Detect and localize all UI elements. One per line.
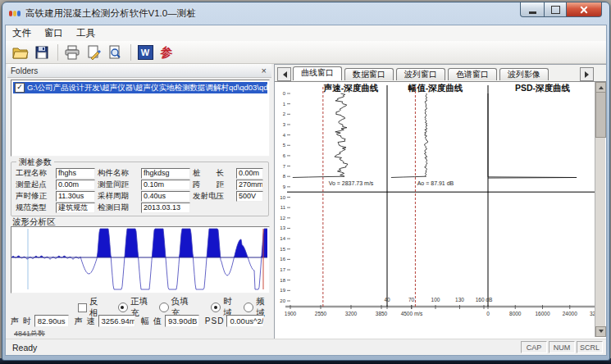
svg-text:14: 14: [280, 236, 285, 241]
tab-row: 曲线窗口数据窗口波列窗口色谱窗口波列影像: [293, 65, 580, 81]
waveform-svg: [11, 227, 267, 291]
title-bar[interactable]: 高铁建用混凝土检测分析软件V1.0—测桩: [2, 2, 609, 25]
app-window: 高铁建用混凝土检测分析软件V1.0—测桩 文件窗口工具: [2, 2, 610, 361]
print-button[interactable]: [62, 43, 82, 61]
up-arrow-icon: [599, 84, 604, 89]
readout-label: 声 速: [75, 316, 96, 327]
param-value-field[interactable]: 11.30us: [56, 191, 95, 202]
close-button[interactable]: [566, 2, 602, 17]
word-icon: W: [138, 45, 153, 60]
scroll-down-button[interactable]: [595, 326, 606, 337]
print-preview-icon: [107, 45, 122, 60]
folders-close-icon[interactable]: ×: [260, 66, 268, 75]
param-label: 发射电压: [193, 191, 234, 202]
word-export-button[interactable]: W: [135, 43, 155, 61]
right-arrow-icon: [585, 71, 592, 78]
readout-value-field[interactable]: 3256.94m/s: [98, 315, 136, 327]
radio-icon[interactable]: [118, 303, 128, 312]
print-setup-button[interactable]: [84, 43, 103, 61]
svg-text:0: 0: [486, 311, 490, 316]
menu-item[interactable]: 文件: [6, 25, 38, 41]
svg-text:130: 130: [455, 297, 464, 303]
file-checkbox[interactable]: ✓: [15, 83, 25, 93]
param-value-field[interactable]: 500V: [236, 191, 263, 202]
tab-scroll-right-button[interactable]: [580, 67, 594, 81]
clipped-counter-text: 4841总数: [14, 329, 45, 336]
status-message: Ready: [6, 343, 37, 353]
svg-text:13: 13: [280, 225, 285, 230]
folders-panel-header[interactable]: Folders ×: [7, 64, 271, 78]
window-controls: [520, 2, 602, 17]
open-button[interactable]: [11, 43, 30, 61]
minimize-icon: [529, 11, 536, 14]
menu-item[interactable]: 工具: [70, 25, 102, 41]
indicator-cap: CAP: [521, 341, 547, 353]
tab-4[interactable]: 色谱窗口: [448, 68, 497, 80]
svg-text:8000: 8000: [509, 311, 522, 316]
readout-value-field[interactable]: 93.90dB: [165, 315, 199, 327]
tab-2[interactable]: 数据窗口: [344, 68, 394, 80]
readout-label: 声 时: [11, 316, 32, 327]
tab-3[interactable]: 波列窗口: [396, 68, 445, 80]
param-value-field[interactable]: fhghs: [56, 168, 95, 179]
display-controls-row: 反相正填充负填充时域频域: [7, 302, 271, 313]
save-button[interactable]: [32, 43, 52, 61]
svg-text:2: 2: [283, 111, 286, 116]
scrollbar-thumb[interactable]: [595, 92, 606, 138]
svg-text:0: 0: [283, 91, 286, 96]
readout-value-field[interactable]: 82.90us: [34, 315, 69, 327]
print-preview-button[interactable]: [105, 43, 125, 61]
param-label: 桩 长: [193, 168, 234, 179]
open-folder-icon: [12, 45, 29, 60]
radio-icon[interactable]: [244, 303, 253, 312]
status-bar: Ready CAPNUMSCRL: [6, 339, 606, 355]
svg-text:Ao = 87.91 dB: Ao = 87.91 dB: [417, 180, 454, 186]
param-label: 测量间距: [98, 180, 139, 190]
svg-text:40: 40: [384, 297, 390, 303]
vertical-scrollbar[interactable]: [595, 82, 605, 337]
svg-text:70: 70: [408, 297, 415, 303]
menu-item[interactable]: 窗口: [38, 25, 70, 41]
svg-text:声速-深度曲线: 声速-深度曲线: [323, 83, 379, 93]
svg-text:3200: 3200: [345, 311, 358, 316]
svg-text:24000: 24000: [563, 311, 577, 316]
param-value-field[interactable]: 0.10m: [141, 180, 190, 190]
param-value-field[interactable]: 0.00m: [56, 180, 95, 190]
param-value-field[interactable]: 0.40us: [141, 191, 190, 202]
svg-text:PSD-深度曲线: PSD-深度曲线: [515, 83, 571, 93]
tab-5[interactable]: 波列影像: [499, 68, 549, 80]
svg-text:20: 20: [280, 298, 285, 303]
toolbar: W 参: [6, 41, 606, 64]
file-list[interactable]: ✓ G:\公司产品设计开发\超声仪器\超声仪实地检测数据调解村qd\qd03\q…: [11, 80, 270, 157]
file-list-item[interactable]: ✓ G:\公司产品设计开发\超声仪器\超声仪实地检测数据调解村qd\qd03\q…: [13, 82, 267, 93]
waveform-chart[interactable]: [11, 226, 270, 293]
checkbox-icon[interactable]: [78, 303, 87, 312]
minimize-button[interactable]: [520, 2, 545, 17]
svg-text:16000: 16000: [535, 311, 549, 316]
param-value-field[interactable]: fhgkdsg: [141, 168, 190, 179]
readout-value-field[interactable]: 0.00us^2/m: [226, 315, 264, 327]
svg-text:18: 18: [280, 278, 285, 283]
readout-row: 声 时82.90us声 速3256.94m/s幅 值93.90dBPSD0.00…: [11, 315, 270, 327]
svg-text:3850: 3850: [376, 311, 388, 316]
parameters-button[interactable]: 参: [157, 43, 176, 61]
svg-text:9: 9: [283, 184, 286, 189]
client-area: 文件窗口工具: [5, 25, 607, 356]
param-label: 声时修正: [16, 191, 53, 202]
tab-scroll-left-button[interactable]: [277, 67, 291, 81]
depth-curves-chart[interactable]: 01234567891011121314151617181920声速-深度曲线1…: [276, 82, 605, 330]
param-value-field[interactable]: 2013.03.13: [141, 202, 190, 213]
readout-label: PSD: [205, 316, 225, 325]
svg-text:6: 6: [283, 153, 286, 158]
app-icon: [9, 8, 21, 20]
param-label: 检测日期: [98, 202, 139, 213]
tab-1[interactable]: 曲线窗口: [293, 66, 342, 80]
save-icon: [34, 45, 49, 60]
maximize-button[interactable]: [545, 2, 566, 17]
param-value-field[interactable]: 0.00m: [236, 168, 263, 179]
param-value-field[interactable]: 270mm: [236, 180, 263, 190]
radio-icon[interactable]: [159, 303, 169, 312]
param-value-field[interactable]: 建筑规范: [56, 202, 95, 213]
radio-icon[interactable]: [211, 303, 221, 312]
svg-text:7: 7: [283, 164, 286, 169]
